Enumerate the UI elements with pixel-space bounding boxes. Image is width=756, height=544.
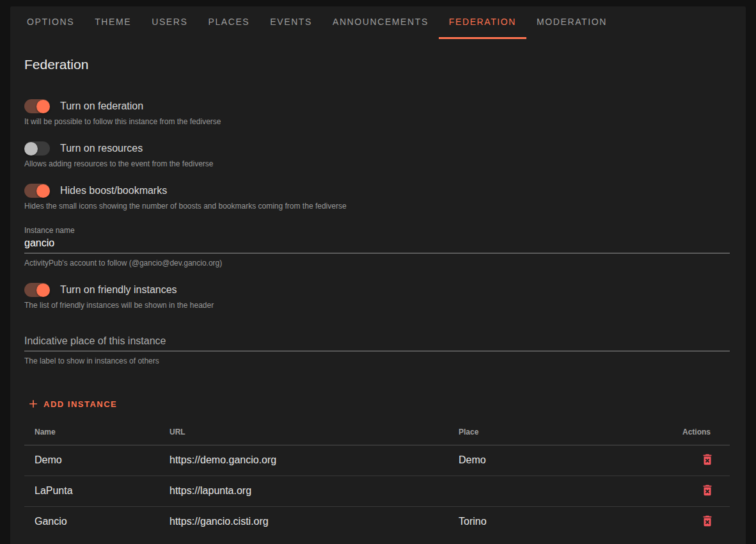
column-header-place: Place [448, 419, 656, 445]
add-instance-button[interactable]: ADD INSTANCE [24, 395, 122, 413]
column-header-name: Name [24, 419, 159, 445]
resources-toggle-hint: Allows adding resources to the event fro… [24, 159, 730, 168]
delete-forever-icon [700, 452, 714, 467]
column-header-url: URL [159, 419, 448, 445]
table-row: LaPunta https://lapunta.org [24, 476, 730, 506]
plus-icon [27, 397, 40, 410]
cell-instance-place: Demo [448, 445, 656, 476]
column-header-actions: Actions [656, 419, 730, 445]
setting-turn-on-resources: Turn on resources Allows adding resource… [24, 141, 730, 168]
cell-instance-place: Torino [448, 506, 656, 537]
cell-instance-name: Demo [24, 445, 159, 476]
instance-name-field: Instance name ActivityPub's account to f… [24, 226, 730, 268]
table-row: Gancio https://gancio.cisti.org Torino [24, 506, 730, 537]
switch-thumb [36, 284, 50, 297]
cell-instance-name: LaPunta [24, 476, 159, 506]
federation-toggle-label[interactable]: Turn on federation [60, 100, 143, 112]
delete-forever-icon [700, 514, 714, 528]
cell-instance-url: https://gancio.cisti.org [159, 506, 448, 537]
friendly-instances-toggle-hint: The list of friendly instances will be s… [24, 301, 730, 310]
tab-events[interactable]: EVENTS [260, 6, 322, 39]
switch-thumb [36, 184, 50, 198]
federation-settings-panel: Federation Turn on federation It will be… [10, 37, 746, 544]
setting-friendly-instances: Turn on friendly instances The list of f… [24, 283, 730, 310]
table-row: Demo https://demo.gancio.org Demo [24, 445, 730, 476]
hide-boost-toggle-label[interactable]: Hides boost/bookmarks [60, 185, 167, 196]
tab-announcements[interactable]: ANNOUNCEMENTS [322, 6, 439, 39]
federation-toggle[interactable] [24, 99, 50, 113]
delete-instance-button[interactable] [699, 451, 716, 468]
tab-users[interactable]: USERS [141, 6, 198, 39]
setting-turn-on-federation: Turn on federation It will be possible t… [24, 99, 730, 126]
delete-instance-button[interactable] [699, 513, 716, 529]
switch-thumb [36, 100, 50, 113]
resources-toggle[interactable] [24, 141, 50, 156]
cell-instance-url: https://lapunta.org [159, 476, 448, 506]
resources-toggle-label[interactable]: Turn on resources [60, 143, 143, 154]
cell-instance-url: https://demo.gancio.org [159, 445, 448, 476]
switch-thumb [24, 142, 38, 156]
friendly-instances-toggle[interactable] [24, 283, 50, 297]
instance-name-hint: ActivityPub's account to follow (@gancio… [24, 259, 730, 268]
table-header-row: Name URL Place Actions [24, 419, 730, 445]
federation-toggle-hint: It will be possible to follow this insta… [24, 117, 730, 126]
friendly-instances-table: Name URL Place Actions Demo https://demo… [24, 419, 730, 537]
tab-moderation[interactable]: MODERATION [526, 6, 617, 39]
instance-name-label: Instance name [24, 226, 730, 235]
hide-boost-toggle[interactable] [24, 184, 50, 198]
instance-name-input[interactable] [24, 235, 730, 253]
instance-place-input[interactable] [24, 333, 730, 351]
setting-hides-boost-bookmarks: Hides boost/bookmarks Hides the small ic… [24, 184, 730, 211]
friendly-instances-toggle-label[interactable]: Turn on friendly instances [60, 284, 177, 296]
delete-forever-icon [700, 483, 714, 497]
hide-boost-toggle-hint: Hides the small icons showing the number… [24, 202, 730, 211]
tab-options[interactable]: OPTIONS [17, 6, 84, 39]
delete-instance-button[interactable] [699, 482, 716, 499]
admin-panel-card: OPTIONS THEME USERS PLACES EVENTS ANNOUN… [10, 6, 746, 544]
page-title: Federation [24, 37, 730, 72]
admin-tab-bar: OPTIONS THEME USERS PLACES EVENTS ANNOUN… [10, 6, 746, 37]
cell-instance-name: Gancio [24, 506, 159, 537]
tab-federation[interactable]: FEDERATION [439, 6, 526, 39]
tab-theme[interactable]: THEME [84, 6, 141, 39]
instance-place-hint: The label to show in instances of others [24, 356, 730, 365]
add-instance-button-label: ADD INSTANCE [43, 399, 117, 409]
tab-places[interactable]: PLACES [198, 6, 260, 39]
cell-instance-place [448, 476, 656, 506]
instance-place-field: The label to show in instances of others [24, 333, 730, 365]
